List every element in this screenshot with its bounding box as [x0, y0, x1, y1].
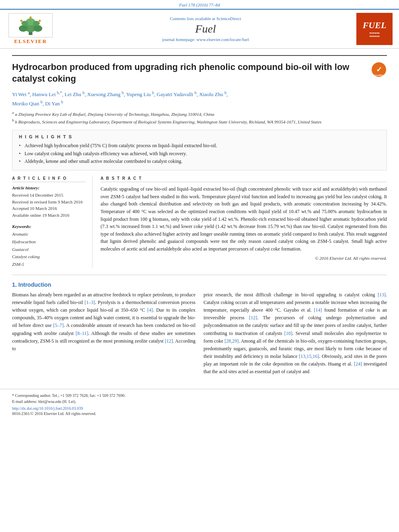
accepted-date: Accepted 10 March 2016 — [12, 205, 86, 212]
article-history-label: Article history: — [12, 185, 86, 190]
intro-para-left: Biomass has already been regarded as an … — [12, 291, 195, 353]
fuel-logo-text: FUEL — [363, 20, 387, 31]
fuel-logo-box: FUEL ●●●●●●●●●●●● — [356, 13, 393, 45]
page-container: Fuel 178 (2016) 77–84 — [0, 0, 399, 532]
article-title-block: Hydrocarbon produced from upgrading rich… — [12, 55, 387, 84]
journal-reference: Fuel 178 (2016) 77–84 — [0, 0, 399, 9]
abstract-col: A B S T R A C T Catalytic upgrading of r… — [101, 176, 387, 268]
abstract-text: Catalytic upgrading of raw bio-oil and l… — [101, 185, 387, 253]
keyword-2: Hydrocarbon — [12, 238, 86, 246]
doi-link[interactable]: http://dx.doi.org/10.1016/j.fuel.2016.03… — [12, 406, 387, 411]
homepage-label: journal homepage: — [162, 37, 195, 42]
highlight-item-1: Achieved high hydrocarbon yield (75% C) … — [19, 142, 380, 149]
detected-the: the — [212, 369, 218, 374]
svg-text:CrossMark: CrossMark — [374, 74, 384, 76]
highlights-box: H I G H L I G H T S Achieved high hydroc… — [12, 130, 387, 170]
crossmark-icon[interactable]: ✓ CrossMark — [371, 62, 387, 78]
received-date: Received 14 December 2015 — [12, 192, 86, 199]
article-title-text: Hydrocarbon produced from upgrading rich… — [12, 62, 367, 84]
intro-heading: 1. Introduction — [12, 281, 387, 288]
introduction-section: 1. Introduction Biomass has already been… — [12, 281, 387, 379]
keyword-4: Catalyst coking — [12, 253, 86, 261]
ref-12: [12] — [165, 338, 173, 344]
highlight-item-3: Aldehyde, ketone and other small active … — [19, 158, 380, 165]
intro-col-right: prior research, the most difficult chall… — [204, 291, 387, 379]
ref-8-11: [8–11] — [76, 331, 88, 336]
elsevier-label-text: ELSEVIER — [14, 38, 47, 45]
received-revised-date: Received in revised form 9 March 2016 — [12, 199, 86, 205]
ref-13-15-16: [13,15,16] — [299, 353, 319, 359]
highlights-list: Achieved high hydrocarbon yield (75% C) … — [19, 142, 380, 165]
highlight-item-2: Low catalyst coking and high catalysis e… — [19, 150, 380, 157]
journal-header: ELSEVIER Contents lists available at Sci… — [0, 9, 399, 49]
section-divider — [12, 275, 387, 275]
keywords-list: Aromatic Hydrocarbon Guaiacol Catalyst c… — [12, 230, 86, 268]
svg-text:✓: ✓ — [376, 66, 382, 74]
fuel-logo-sub: ●●●●●●●●●●●● — [369, 31, 379, 38]
contents-text: Contents lists available at — [170, 16, 215, 21]
journal-title: Fuel — [55, 23, 356, 35]
article-body: Hydrocarbon produced from upgrading rich… — [0, 49, 399, 386]
keyword-5: ZSM-5 — [12, 261, 86, 268]
ref-12b: [12] — [249, 315, 257, 320]
contents-line: Contents lists available at ScienceDirec… — [55, 16, 356, 21]
svg-point-2 — [19, 25, 28, 32]
svg-point-7 — [21, 20, 23, 22]
ref-10: [10] — [284, 331, 292, 336]
svg-point-9 — [29, 16, 31, 18]
ref-5-7: [5–7] — [53, 322, 64, 328]
ref-28-29: [28,29] — [224, 338, 239, 344]
journal-header-center: Contents lists available at ScienceDirec… — [55, 16, 356, 42]
abstract-copyright: © 2016 Elsevier Ltd. All rights reserved… — [101, 256, 387, 261]
article-info-title: A R T I C L E I N F O — [12, 176, 86, 182]
elsevier-logo-image — [8, 13, 53, 37]
ref-13: [13] — [378, 292, 386, 298]
journal-homepage: journal homepage: www.elsevier.com/locat… — [55, 37, 356, 42]
affiliations: a a Zhejiang Province Key Lab of Biofuel… — [12, 110, 387, 125]
keyword-3: Guaiacol — [12, 246, 86, 253]
affiliation-a: a a Zhejiang Province Key Lab of Biofuel… — [12, 110, 387, 117]
svg-point-3 — [33, 25, 42, 32]
abstract-title: A B S T R A C T — [101, 176, 387, 182]
intro-two-col: Biomass has already been regarded as an … — [12, 291, 387, 379]
sciencedirect-link[interactable]: ScienceDirect — [216, 16, 241, 21]
elsevier-logo: ELSEVIER — [6, 13, 55, 45]
keywords-label: Keywords: — [12, 224, 86, 229]
corresponding-note: * Corresponding author. Tel.; +1 509 372… — [12, 392, 387, 398]
svg-point-5 — [21, 21, 28, 26]
keyword-1: Aromatic — [12, 230, 86, 238]
authors-text: Yi Wei a, Hanwu Lei b,*, Lei Zhu b, Xues… — [12, 91, 228, 97]
svg-point-6 — [33, 21, 39, 26]
svg-point-8 — [39, 20, 41, 22]
ref-24: [24] — [354, 361, 362, 367]
authors-text-2: Moriko Qian b, Di Yan b — [12, 101, 63, 107]
highlights-title: H I G H L I G H T S — [19, 134, 380, 139]
ref-14: [14] — [314, 307, 322, 313]
authors: Yi Wei a, Hanwu Lei b,*, Lei Zhu b, Xues… — [12, 89, 387, 108]
ref-1-3: [1–3] — [84, 300, 95, 305]
affiliation-b: b b Bioproducts, Sciences and Engineerin… — [12, 118, 387, 125]
ref-4: [4] — [147, 307, 153, 313]
homepage-url[interactable]: www.elsevier.com/locate/fuel — [196, 37, 249, 42]
page-footer: * Corresponding author. Tel.; +1 509 372… — [0, 389, 399, 419]
email-note: E-mail address: hlei@wsu.edu (H. Lei). — [12, 398, 387, 405]
available-date: Available online 19 March 2016 — [12, 212, 86, 219]
journal-ref-text: Fuel 178 (2016) 77–84 — [179, 2, 220, 7]
intro-col-left: Biomass has already been regarded as an … — [12, 291, 195, 379]
intro-para-right: prior research, the most difficult chall… — [204, 291, 387, 376]
article-info-col: A R T I C L E I N F O Article history: R… — [12, 176, 93, 268]
info-abstract-section: A R T I C L E I N F O Article history: R… — [12, 176, 387, 268]
issn-text: 0016-2361/© 2016 Elsevier Ltd. All right… — [12, 411, 387, 416]
